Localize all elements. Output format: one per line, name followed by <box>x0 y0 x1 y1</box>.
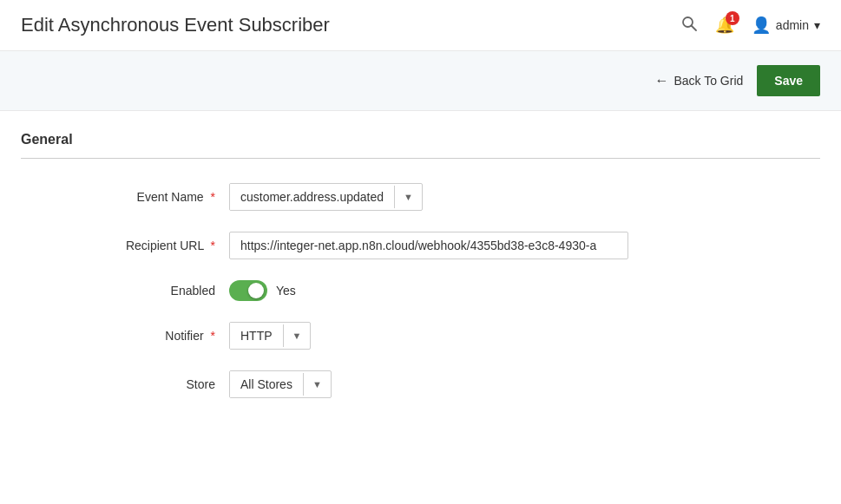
notifier-label: Notifier * <box>90 329 229 343</box>
toggle-track <box>229 280 267 301</box>
notifier-value: HTTP <box>230 323 283 349</box>
toggle-label: Yes <box>276 284 296 298</box>
store-label: Store <box>90 377 229 391</box>
back-to-grid-label: Back To Grid <box>673 74 743 88</box>
event-name-label: Event Name * <box>90 190 229 204</box>
store-value: All Stores <box>230 371 303 397</box>
search-icon[interactable] <box>680 15 698 36</box>
notification-bell[interactable]: 🔔 1 <box>715 16 734 35</box>
user-menu[interactable]: 👤 admin ▾ <box>752 16 820 35</box>
notification-badge: 1 <box>726 11 739 25</box>
svg-line-1 <box>691 25 696 30</box>
toggle-thumb <box>248 283 264 298</box>
enabled-control: Yes <box>229 280 296 301</box>
page-header: Edit Asynchronous Event Subscriber 🔔 1 👤… <box>0 0 841 51</box>
enabled-toggle[interactable] <box>229 280 267 301</box>
section-title: General <box>21 132 820 147</box>
enabled-row: Enabled Yes <box>21 280 820 301</box>
notifier-row: Notifier * HTTP ▼ <box>21 322 820 350</box>
event-name-dropdown-btn[interactable]: ▼ <box>394 186 422 208</box>
recipient-url-label: Recipient URL * <box>90 239 229 252</box>
enabled-label: Enabled <box>90 284 229 298</box>
user-dropdown-icon: ▾ <box>814 18 820 32</box>
required-star-notifier: * <box>211 329 215 343</box>
notifier-select[interactable]: HTTP ▼ <box>229 322 311 350</box>
enabled-toggle-wrap: Yes <box>229 280 296 301</box>
header-actions: 🔔 1 👤 admin ▾ <box>680 15 820 36</box>
required-star-url: * <box>211 239 215 252</box>
store-row: Store All Stores ▼ <box>21 370 820 398</box>
user-icon: 👤 <box>752 16 771 35</box>
event-name-control: customer.address.updated ▼ <box>229 183 423 211</box>
user-name: admin <box>776 18 809 32</box>
notifier-control: HTTP ▼ <box>229 322 311 350</box>
save-button[interactable]: Save <box>757 65 820 96</box>
section-divider <box>21 158 820 159</box>
event-name-row: Event Name * customer.address.updated ▼ <box>21 183 820 211</box>
recipient-url-input[interactable] <box>229 232 628 259</box>
notifier-dropdown-btn[interactable]: ▼ <box>283 324 311 347</box>
event-name-select[interactable]: customer.address.updated ▼ <box>229 183 423 211</box>
required-star: * <box>211 190 215 204</box>
store-control: All Stores ▼ <box>229 370 332 398</box>
page-title: Edit Asynchronous Event Subscriber <box>21 14 330 36</box>
store-dropdown-btn[interactable]: ▼ <box>303 373 331 396</box>
toolbar: ← Back To Grid Save <box>0 51 841 111</box>
back-arrow-icon: ← <box>654 73 668 88</box>
recipient-url-row: Recipient URL * <box>21 232 820 259</box>
event-name-value: customer.address.updated <box>230 184 394 210</box>
recipient-url-control <box>229 232 628 259</box>
main-content: General Event Name * customer.address.up… <box>0 111 841 398</box>
back-to-grid-link[interactable]: ← Back To Grid <box>654 73 743 88</box>
store-select[interactable]: All Stores ▼ <box>229 370 332 398</box>
